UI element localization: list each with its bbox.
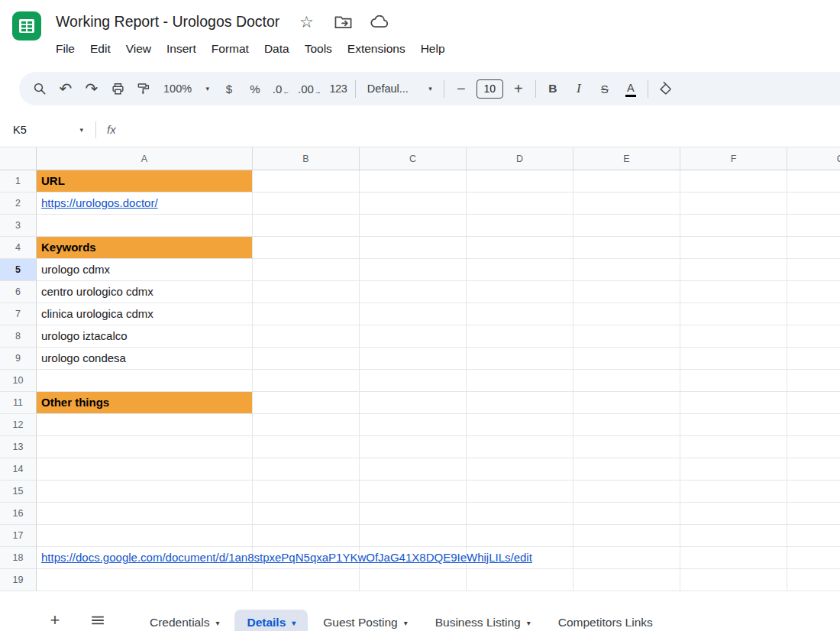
column-header-A[interactable]: A xyxy=(37,147,253,170)
cell-B12[interactable] xyxy=(253,414,360,436)
row-header-18[interactable]: 18 xyxy=(0,547,37,569)
cell-A4[interactable]: Keywords xyxy=(37,237,253,259)
cell-B17[interactable] xyxy=(253,525,360,547)
cell-D14[interactable] xyxy=(467,458,573,481)
cell-B7[interactable] xyxy=(253,303,360,325)
all-sheets-menu-icon[interactable] xyxy=(87,610,108,631)
bold-button[interactable]: B xyxy=(540,76,566,101)
cell-F15[interactable] xyxy=(680,481,787,503)
cell-G13[interactable] xyxy=(787,436,840,458)
redo-icon[interactable]: ↷ xyxy=(79,76,105,101)
cell-D15[interactable] xyxy=(467,481,573,503)
cell-C5[interactable] xyxy=(360,259,467,281)
cell-C11[interactable] xyxy=(360,392,467,414)
cell-A15[interactable] xyxy=(37,481,253,503)
row-header-15[interactable]: 15 xyxy=(0,481,37,503)
cell-A13[interactable] xyxy=(37,436,253,458)
cell-F17[interactable] xyxy=(680,525,787,547)
cell-C14[interactable] xyxy=(360,458,467,481)
row-header-4[interactable]: 4 xyxy=(0,237,37,259)
cell-D9[interactable] xyxy=(467,348,573,370)
cell-G6[interactable] xyxy=(787,281,840,303)
cell-A3[interactable] xyxy=(37,215,253,237)
cell-F3[interactable] xyxy=(680,215,787,237)
row-header-3[interactable]: 3 xyxy=(0,215,37,237)
row-header-10[interactable]: 10 xyxy=(0,370,37,392)
format-currency-button[interactable]: $ xyxy=(216,76,242,101)
cell-A16[interactable] xyxy=(37,503,253,525)
star-icon[interactable]: ☆ xyxy=(296,11,316,31)
sheet-tab-competitors-links[interactable]: Competitors Links xyxy=(546,610,665,631)
cell-E3[interactable] xyxy=(573,215,680,237)
cell-E4[interactable] xyxy=(573,237,680,259)
row-header-7[interactable]: 7 xyxy=(0,303,37,325)
cell-G15[interactable] xyxy=(787,481,840,503)
cell-B10[interactable] xyxy=(253,370,360,392)
cell-F1[interactable] xyxy=(680,170,787,193)
cell-G9[interactable] xyxy=(787,348,840,370)
cell-A6[interactable]: centro urologico cdmx xyxy=(37,281,253,303)
cell-B4[interactable] xyxy=(253,237,360,259)
cell-A17[interactable] xyxy=(37,525,253,547)
cell-G4[interactable] xyxy=(787,237,840,259)
cell-D2[interactable] xyxy=(467,193,573,215)
cell-F12[interactable] xyxy=(680,414,787,436)
cell-G17[interactable] xyxy=(787,525,840,547)
column-header-G[interactable]: G xyxy=(787,147,840,170)
cell-A8[interactable]: urologo iztacalco xyxy=(37,325,253,348)
text-color-button[interactable]: A xyxy=(618,76,644,101)
cell-E10[interactable] xyxy=(573,370,680,392)
menu-extensions[interactable]: Extensions xyxy=(340,39,413,59)
cell-C2[interactable] xyxy=(360,193,467,215)
cell-G5[interactable] xyxy=(787,259,840,281)
cell-B6[interactable] xyxy=(253,281,360,303)
search-icon[interactable] xyxy=(27,76,53,101)
cell-A11[interactable]: Other things xyxy=(37,392,253,414)
cell-D1[interactable] xyxy=(467,170,573,193)
cell-C12[interactable] xyxy=(360,414,467,436)
row-header-8[interactable]: 8 xyxy=(0,325,37,348)
cell-A2[interactable]: https://urologos.doctor/ xyxy=(37,193,253,215)
cell-A10[interactable] xyxy=(37,370,253,392)
column-header-E[interactable]: E xyxy=(573,147,680,170)
cell-E12[interactable] xyxy=(573,414,680,436)
cell-C7[interactable] xyxy=(360,303,467,325)
sheet-tab-business-listing[interactable]: Business Listing▾ xyxy=(423,610,543,631)
cell-D8[interactable] xyxy=(467,325,573,348)
strikethrough-button[interactable]: S xyxy=(592,76,618,101)
menu-data[interactable]: Data xyxy=(257,39,297,59)
cell-E16[interactable] xyxy=(573,503,680,525)
row-header-12[interactable]: 12 xyxy=(0,414,37,436)
column-header-D[interactable]: D xyxy=(467,147,573,170)
undo-icon[interactable]: ↶ xyxy=(53,76,79,101)
cell-C15[interactable] xyxy=(360,481,467,503)
more-formats-button[interactable]: 123 xyxy=(325,76,351,101)
cell-B3[interactable] xyxy=(253,215,360,237)
cell-F4[interactable] xyxy=(680,237,787,259)
cell-E8[interactable] xyxy=(573,325,680,348)
cell-G7[interactable] xyxy=(787,303,840,325)
menu-format[interactable]: Format xyxy=(204,39,257,59)
cell-B5[interactable] xyxy=(253,259,360,281)
cell-C17[interactable] xyxy=(360,525,467,547)
cell-D19[interactable] xyxy=(467,569,573,591)
cell-A19[interactable] xyxy=(37,569,253,591)
cell-F6[interactable] xyxy=(680,281,787,303)
cell-B16[interactable] xyxy=(253,503,360,525)
cell-E13[interactable] xyxy=(573,436,680,458)
menu-tools[interactable]: Tools xyxy=(297,39,340,59)
row-header-2[interactable]: 2 xyxy=(0,193,37,215)
cell-C10[interactable] xyxy=(360,370,467,392)
cell-C16[interactable] xyxy=(360,503,467,525)
cell-F2[interactable] xyxy=(680,193,787,215)
row-header-17[interactable]: 17 xyxy=(0,525,37,547)
cell-E15[interactable] xyxy=(573,481,680,503)
increase-font-size-button[interactable]: + xyxy=(506,76,531,101)
cell-C9[interactable] xyxy=(360,348,467,370)
cell-E7[interactable] xyxy=(573,303,680,325)
cell-D13[interactable] xyxy=(467,436,573,458)
cell-D5[interactable] xyxy=(467,259,573,281)
cell-G19[interactable] xyxy=(787,569,840,591)
cell-F5[interactable] xyxy=(680,259,787,281)
row-header-1[interactable]: 1 xyxy=(0,170,37,193)
